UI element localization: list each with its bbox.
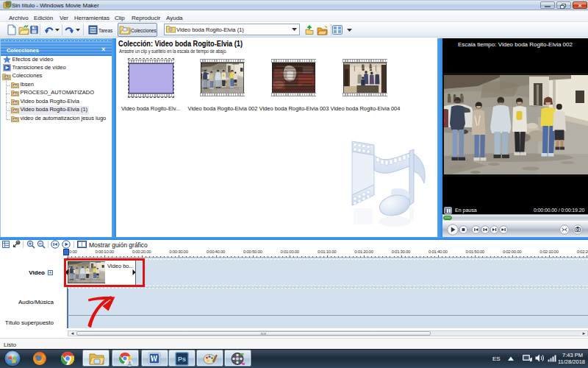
- svg-text:Ps: Ps: [178, 355, 186, 363]
